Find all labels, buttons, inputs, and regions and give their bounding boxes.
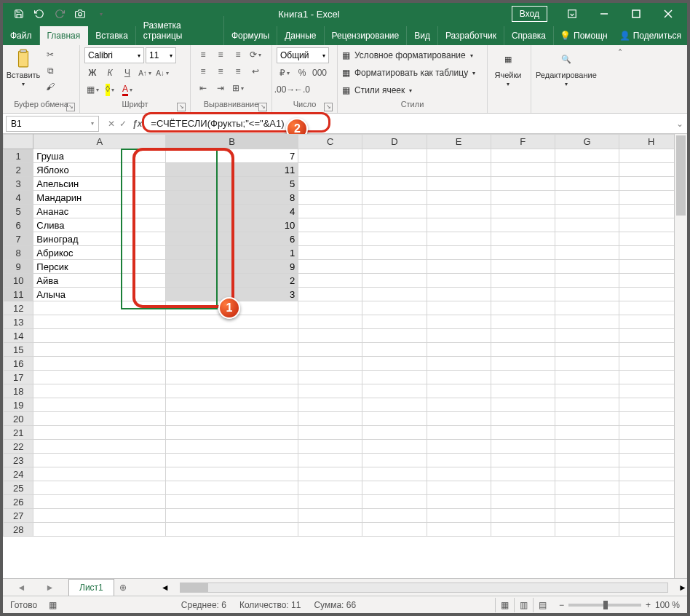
cell[interactable] <box>166 371 298 384</box>
cell[interactable] <box>555 274 619 288</box>
macro-record-icon[interactable]: ▦ <box>49 600 57 610</box>
cell[interactable] <box>491 481 555 495</box>
cell[interactable] <box>491 412 555 426</box>
cell[interactable] <box>427 191 491 205</box>
border-button[interactable]: ▦ <box>84 82 100 97</box>
cell[interactable] <box>298 398 362 412</box>
cell[interactable]: 4 <box>166 205 298 218</box>
cell[interactable] <box>166 454 298 467</box>
tab-insert[interactable]: Вставка <box>88 26 136 45</box>
cell[interactable]: 5 <box>166 177 298 191</box>
cell[interactable] <box>427 440 491 454</box>
cell[interactable] <box>491 191 555 205</box>
cell[interactable] <box>298 384 362 398</box>
view-normal-button[interactable]: ▦ <box>495 598 514 612</box>
cell[interactable]: 1 <box>166 246 298 260</box>
cell[interactable] <box>555 495 619 509</box>
cell[interactable] <box>619 454 674 467</box>
cell[interactable] <box>427 509 491 523</box>
cell[interactable] <box>362 301 427 315</box>
cell[interactable]: Алыча <box>33 288 166 301</box>
cell[interactable] <box>491 246 555 260</box>
cell[interactable] <box>555 288 619 301</box>
cell[interactable] <box>298 495 362 509</box>
cell[interactable] <box>491 454 555 467</box>
cell[interactable] <box>491 495 555 509</box>
new-sheet-button[interactable]: ⊕ <box>114 579 132 596</box>
cut-icon[interactable]: ✂ <box>42 47 58 62</box>
cell[interactable] <box>298 218 362 232</box>
cell[interactable] <box>166 329 298 343</box>
row-header[interactable]: 9 <box>4 260 33 274</box>
cell[interactable] <box>619 218 674 232</box>
cell[interactable] <box>362 260 427 274</box>
cell[interactable]: Ананас <box>33 205 166 218</box>
cell[interactable] <box>555 371 619 384</box>
cell[interactable] <box>619 315 674 329</box>
cell[interactable] <box>491 509 555 523</box>
row-header[interactable]: 7 <box>4 232 33 246</box>
cell[interactable] <box>362 177 427 191</box>
cell[interactable] <box>298 481 362 495</box>
cell[interactable] <box>298 177 362 191</box>
column-header[interactable]: E <box>427 135 491 149</box>
cell[interactable] <box>427 288 491 301</box>
cell-styles-button[interactable]: ▦Стили ячеек▾ <box>342 82 475 98</box>
align-top-button[interactable]: ≡ <box>195 47 211 62</box>
cell[interactable] <box>362 315 427 329</box>
cell[interactable] <box>166 384 298 398</box>
cell[interactable] <box>166 398 298 412</box>
cell[interactable] <box>555 329 619 343</box>
cell[interactable] <box>491 149 555 163</box>
row-header[interactable]: 13 <box>4 315 33 329</box>
cell[interactable] <box>619 481 674 495</box>
collapse-ribbon-icon[interactable]: ˄ <box>618 48 622 58</box>
cell[interactable] <box>298 149 362 163</box>
tab-page-layout[interactable]: Разметка страницы <box>136 16 224 45</box>
cell[interactable] <box>619 509 674 523</box>
row-header[interactable]: 20 <box>4 412 33 426</box>
cell[interactable] <box>427 467 491 481</box>
ribbon-options-icon[interactable] <box>558 3 587 25</box>
underline-button[interactable]: Ч <box>119 66 135 80</box>
zoom-out-button[interactable]: − <box>559 600 564 610</box>
cell[interactable] <box>362 495 427 509</box>
decrease-decimal-button[interactable]: ←.0 <box>294 82 310 97</box>
cell[interactable] <box>298 357 362 371</box>
cell[interactable] <box>555 246 619 260</box>
row-header[interactable]: 5 <box>4 205 33 218</box>
cell[interactable] <box>362 357 427 371</box>
cell[interactable] <box>619 343 674 357</box>
fill-color-button[interactable]: ◊ <box>102 82 118 97</box>
cell[interactable] <box>619 398 674 412</box>
cell[interactable] <box>619 191 674 205</box>
cell[interactable] <box>166 343 298 357</box>
cell[interactable] <box>33 384 166 398</box>
cell[interactable] <box>362 440 427 454</box>
cell[interactable]: Виноград <box>33 232 166 246</box>
cell[interactable] <box>555 315 619 329</box>
cell[interactable] <box>298 509 362 523</box>
alignment-dialog-launcher[interactable]: ↘ <box>258 103 267 111</box>
cell[interactable] <box>427 301 491 315</box>
cell[interactable] <box>619 274 674 288</box>
cell[interactable] <box>362 288 427 301</box>
cancel-formula-icon[interactable]: ✕ <box>108 119 115 129</box>
row-header[interactable]: 21 <box>4 426 33 440</box>
share-button[interactable]: 👤Поделиться <box>614 26 687 45</box>
cell[interactable] <box>427 398 491 412</box>
signin-button[interactable]: Вход <box>512 6 547 22</box>
tab-developer[interactable]: Разработчик <box>438 26 504 45</box>
cell[interactable] <box>491 163 555 177</box>
cell[interactable] <box>362 412 427 426</box>
wrap-text-button[interactable]: ↩ <box>247 64 263 79</box>
cell[interactable]: 11 <box>166 163 298 177</box>
cell[interactable] <box>362 149 427 163</box>
cell[interactable] <box>427 426 491 440</box>
cell[interactable] <box>619 384 674 398</box>
horizontal-scrollbar[interactable]: ◄► <box>132 583 687 593</box>
row-header[interactable]: 8 <box>4 246 33 260</box>
cell[interactable] <box>298 412 362 426</box>
cell[interactable] <box>555 357 619 371</box>
cell[interactable] <box>619 205 674 218</box>
